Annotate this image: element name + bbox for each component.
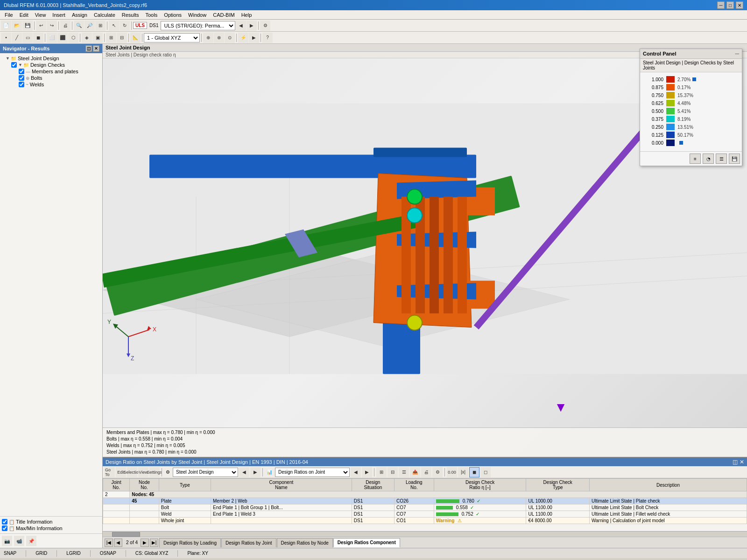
tab-design-ratios-node[interactable]: Design Ratios by Node	[277, 538, 333, 547]
table-row[interactable]: Whole joint DS1 CO1 Warning ⚠ €4 8000.00	[103, 518, 747, 524]
cp-chart-btn[interactable]: ◔	[703, 154, 714, 164]
nav-item-title-info[interactable]: 📋 Title Information	[2, 518, 100, 525]
tb-snap1[interactable]: ⊕	[203, 33, 213, 43]
cs-dropdown[interactable]: 1 - Global XYZ	[144, 33, 200, 42]
tab-design-ratios-loading[interactable]: Design Ratios by Loading	[159, 538, 221, 547]
nav-next-btn[interactable]: ▶	[141, 539, 149, 547]
cp-save-btn[interactable]: 💾	[729, 154, 740, 164]
status-snap[interactable]: SNAP	[4, 551, 16, 556]
nav-cb-members[interactable]	[19, 69, 24, 74]
tb-view-front[interactable]: ⬜	[47, 33, 57, 43]
menu-tools[interactable]: Tools	[142, 12, 160, 18]
nav-item-root[interactable]: ▼ 📁 Steel Joint Design	[2, 55, 100, 62]
viewport[interactable]: Steel Joint Design Steel Joints | Design…	[103, 44, 747, 457]
tab-design-ratios-component[interactable]: Design Ratios Component	[333, 538, 400, 547]
menu-results[interactable]: Results	[119, 12, 142, 18]
menu-edit[interactable]: Edit	[17, 12, 31, 18]
nav-prev-btn[interactable]: ◀	[114, 539, 122, 547]
minimize-button[interactable]: ─	[717, 1, 725, 9]
rt-type-combo[interactable]: Design Ratios on Joint	[275, 468, 350, 477]
tb-print[interactable]: 🖨	[60, 21, 70, 31]
results-restore-btn[interactable]: ◫	[733, 459, 738, 465]
nav-item-bolts[interactable]: ⊕ Bolts	[2, 75, 100, 81]
tb-open[interactable]: 📂	[12, 21, 22, 31]
rt-combo-next[interactable]: ▶	[250, 467, 261, 477]
tb-snap3[interactable]: ⊙	[225, 33, 235, 43]
tb-new[interactable]: 📄	[1, 21, 11, 31]
menu-view[interactable]: View	[32, 12, 49, 18]
cp-table-btn[interactable]: ≡	[690, 154, 701, 164]
cp-list-btn[interactable]: ☰	[716, 154, 727, 164]
nav-cb-bolts[interactable]	[19, 75, 24, 81]
nav-cb-welds[interactable]	[19, 82, 24, 87]
tb-view-3d[interactable]: ⬡	[68, 33, 78, 43]
tb-calc2[interactable]: ▶	[249, 33, 259, 43]
rt-module-combo[interactable]: Steel Joint Design	[173, 468, 238, 477]
nav-first-btn[interactable]: |◀	[105, 539, 113, 547]
nav-cb-maxmin[interactable]	[2, 525, 7, 531]
tb-view-side[interactable]: ⬛	[57, 33, 68, 43]
rt-active-btn[interactable]: ◼	[469, 467, 479, 477]
results-scrollbar-h[interactable]	[103, 531, 747, 537]
tb-wire[interactable]: ▣	[92, 33, 103, 43]
rt-inactive-btn[interactable]: ◻	[480, 467, 491, 477]
tb-undo[interactable]: ↩	[36, 21, 46, 31]
tb-solid[interactable]: ◼	[33, 33, 43, 43]
tb-node[interactable]: •	[1, 33, 11, 43]
tb-nav-prev[interactable]: ◀	[236, 21, 246, 31]
menu-cadbim[interactable]: CAD-BIM	[210, 12, 237, 18]
tb-nav-next[interactable]: ▶	[247, 21, 257, 31]
rt-sort-btn[interactable]: ⊟	[388, 467, 398, 477]
rt-settings-btn[interactable]: Settings	[149, 467, 160, 477]
nav-restore-button[interactable]: ◫	[85, 45, 92, 52]
menu-assign[interactable]: Assign	[69, 12, 90, 18]
menu-window[interactable]: Window	[185, 12, 209, 18]
tb-measure[interactable]: 📐	[130, 33, 141, 43]
rt-abs-btn[interactable]: |x|	[458, 467, 468, 477]
tb-line[interactable]: ╱	[12, 33, 22, 43]
nav-close-button[interactable]: ✕	[93, 45, 99, 52]
status-lgrid[interactable]: LGRID	[66, 551, 81, 556]
tb-calc1[interactable]: ⚡	[238, 33, 248, 43]
tb-snap2[interactable]: ⊗	[214, 33, 224, 43]
table-row[interactable]: Weld End Plate 1 | Weld 3 DS1 CO7 0.752 …	[103, 511, 747, 518]
nav-item-welds[interactable]: ~ Welds	[2, 81, 100, 88]
rt-number-btn[interactable]: 0.00	[447, 467, 457, 477]
menu-options[interactable]: Options	[161, 12, 184, 18]
nav-item-members[interactable]: — Members and plates	[2, 68, 100, 75]
menu-file[interactable]: File	[2, 12, 16, 18]
tb-render[interactable]: ◈	[82, 33, 92, 43]
nav-item-design-checks[interactable]: ▼ 📁 Design Checks	[2, 62, 100, 68]
table-row[interactable]: Bolt End Plate 1 | Bolt Group 1 | Bolt..…	[103, 504, 747, 511]
rt-columns-btn[interactable]: ☰	[399, 467, 409, 477]
tb-options[interactable]: ⚙	[260, 21, 270, 31]
menu-insert[interactable]: Insert	[49, 12, 68, 18]
status-osnap[interactable]: OSNAP	[100, 551, 116, 556]
nav-camera-button[interactable]: 📷	[2, 536, 12, 546]
close-button[interactable]: ✕	[736, 1, 743, 9]
nav-pin-button[interactable]: 📌	[26, 536, 36, 546]
rt-settings2-btn[interactable]: ⚙	[432, 467, 443, 477]
nav-item-maxmin[interactable]: 📋 Max/Min Information	[2, 525, 100, 532]
nav-video-button[interactable]: 📹	[14, 536, 24, 546]
rt-export-btn[interactable]: 📤	[410, 467, 420, 477]
tb-help[interactable]: ?	[262, 33, 273, 43]
tb-section1[interactable]: ⊞	[106, 33, 116, 43]
menu-calculate[interactable]: Calculate	[91, 12, 118, 18]
tb-zoom-all[interactable]: ⊞	[95, 21, 106, 31]
tb-surface[interactable]: ▭	[22, 33, 33, 43]
nav-cb-design-checks[interactable]	[11, 62, 17, 68]
rt-print-btn[interactable]: 🖨	[421, 467, 431, 477]
nav-cb-title[interactable]	[2, 519, 7, 525]
tb-redo[interactable]: ↪	[47, 21, 57, 31]
rt-filter-btn[interactable]: ⊞	[376, 467, 387, 477]
scrollbar-thumb[interactable]	[112, 532, 140, 537]
results-table-container[interactable]: JointNo. NodeNo. Type ComponentName Desi…	[103, 478, 747, 531]
tb-select[interactable]: ↖	[109, 21, 119, 31]
table-row[interactable]: 45 Plate Member 2 | Web DS1 CO26 0.780 ✓	[103, 498, 747, 504]
maximize-button[interactable]: □	[726, 1, 734, 9]
table-row[interactable]: 2 Nodes: 45	[103, 491, 747, 498]
rt-type-next[interactable]: ▶	[362, 467, 372, 477]
tab-design-ratios-joint[interactable]: Design Ratios by Joint	[221, 538, 276, 547]
nav-last-btn[interactable]: ▶|	[150, 539, 158, 547]
